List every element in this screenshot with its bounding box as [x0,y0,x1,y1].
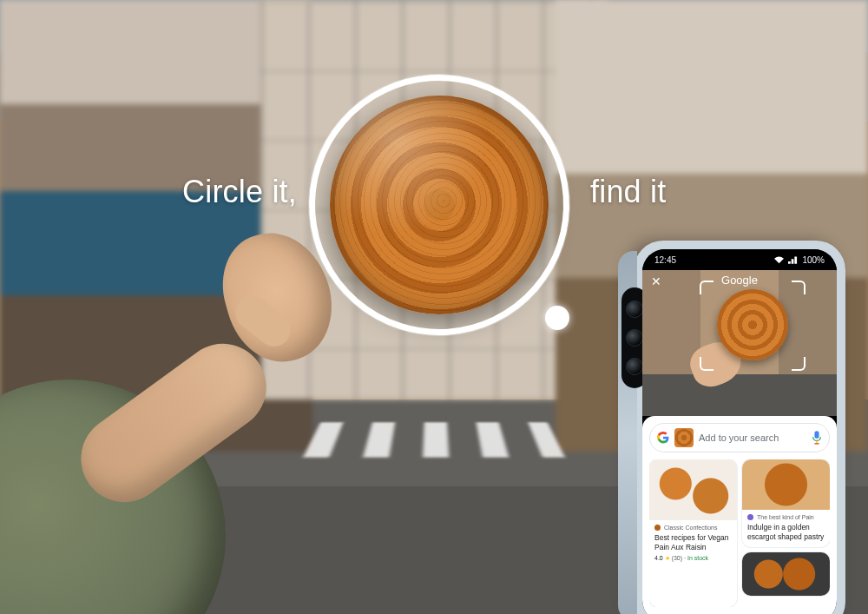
status-bar: 12:45 100% [642,249,837,270]
results-grid: Classic Confections Best recipes for Veg… [649,459,830,607]
google-g-icon [657,432,669,444]
result-title: Indulge in a golden escargot shaped past… [747,523,825,542]
camera-lens-1 [626,300,643,318]
mic-icon[interactable] [812,431,822,445]
result-image [742,552,830,596]
source-favicon [747,514,753,520]
result-title: Best recipes for Vegan Pain Aux Raisin [654,533,732,552]
result-card[interactable]: The best kind of Pain Indulge in a golde… [742,459,830,547]
result-source: The best kind of Pain [757,513,814,521]
result-image [649,459,737,520]
signal-icon [788,256,798,264]
result-rating: 4.0 ★ (30) · In stock [654,554,732,562]
lens-viewport: ✕ Google [642,270,837,416]
slogan-text-left: Circle it, [182,174,297,210]
slogan-text-right: find it [590,174,666,210]
search-bar[interactable]: Add to your search [649,423,830,452]
status-battery: 100% [802,255,825,265]
selection-brackets[interactable] [700,281,806,371]
result-card[interactable] [742,552,830,596]
phone-screen: 12:45 100% ✕ Google [642,249,837,614]
results-panel: Add to your search Classic Confections B… [642,416,837,614]
camera-lens-2 [626,329,643,347]
status-time: 12:45 [654,255,676,265]
star-icon: ★ [665,555,670,561]
source-favicon [654,525,661,531]
result-card[interactable]: Classic Confections Best recipes for Veg… [649,459,737,607]
camera-lens-3 [626,358,643,375]
phone-mockup: 12:45 100% ✕ Google [634,241,845,614]
ad-scene: Circle it, find it 12:45 100% ✕ Google [0,0,868,614]
crosswalk [303,422,565,457]
search-placeholder: Add to your search [699,432,806,443]
gesture-end-dot [545,306,569,330]
wifi-icon [774,256,784,264]
result-source: Classic Confections [664,524,717,531]
search-thumbnail [674,428,694,447]
result-image [742,459,830,510]
svg-rect-0 [814,431,819,439]
